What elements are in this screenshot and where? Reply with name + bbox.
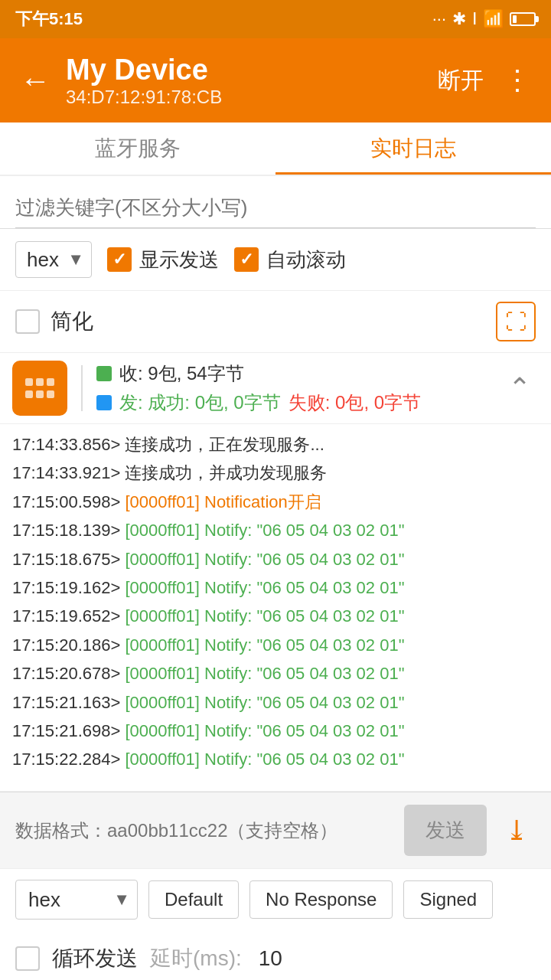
status-bar: 下午5:15 ··· ✱ Ⅰ 📶 19 (0, 0, 551, 38)
signed-button[interactable]: Signed (403, 880, 493, 919)
recv-indicator (96, 366, 112, 381)
filter-input[interactable] (15, 188, 536, 228)
log-text: [0000ff01] Notify: "06 05 04 03 02 01" (120, 606, 404, 626)
log-text: [0000ff01] Notify: "06 05 04 03 02 01" (120, 521, 404, 540)
send-indicator (96, 395, 112, 410)
log-timestamp: 17:15:18.675> (12, 550, 120, 569)
stats-text-block: 收: 9包, 54字节 发: 成功: 0包, 0字节 失败: 0包, 0字节 (96, 361, 490, 415)
log-text: 连接成功，并成功发现服务 (120, 463, 327, 482)
simplify-left: 简化 (15, 307, 93, 336)
send-input[interactable] (15, 820, 393, 841)
log-line: 17:15:21.698> [0000ff01] Notify: "06 05 … (12, 717, 539, 745)
log-area: 17:14:33.856> 连接成功，正在发现服务...17:14:33.921… (0, 424, 551, 792)
send-fail-label: 失败: 0包, 0字节 (289, 390, 421, 415)
send-button[interactable]: 发送 (404, 805, 487, 856)
delay-label: 延时(ms): (150, 944, 242, 973)
show-send-checkbox[interactable]: ✓ (107, 247, 132, 272)
more-menu-button[interactable]: ⋮ (496, 57, 539, 104)
log-text: [0000ff01] Notify: "06 05 04 03 02 01" (120, 550, 404, 569)
tab-bar: 蓝牙服务 实时日志 (0, 122, 551, 176)
log-line: 17:14:33.921> 连接成功，并成功发现服务 (12, 459, 539, 487)
device-name: My Device (66, 54, 425, 87)
log-timestamp: 17:15:21.698> (12, 721, 120, 740)
log-timestamp: 17:14:33.856> (12, 435, 120, 454)
log-timestamp: 17:14:33.921> (12, 463, 120, 482)
stats-divider (81, 365, 83, 411)
log-timestamp: 17:15:19.162> (12, 578, 120, 597)
log-text: [0000ff01] Notify: "06 05 04 03 02 01" (120, 664, 404, 683)
simplify-checkbox[interactable] (15, 309, 40, 334)
bottom-format-select[interactable]: hex utf8 dec (15, 880, 138, 920)
log-line: 17:15:20.678> [0000ff01] Notify: "06 05 … (12, 659, 539, 688)
log-line: 17:15:19.652> [0000ff01] Notify: "06 05 … (12, 602, 539, 630)
stats-send: 发: 成功: 0包, 0字节 失败: 0包, 0字节 (96, 390, 490, 415)
log-text: [0000ff01] Notify: "06 05 04 03 02 01" (120, 750, 404, 769)
log-timestamp: 17:15:19.652> (12, 606, 120, 626)
scroll-down-button[interactable]: ⤓ (497, 812, 536, 850)
log-line: 17:14:33.856> 连接成功，正在发现服务... (12, 430, 539, 459)
wifi-icon: 📶 (483, 9, 504, 29)
filter-section (0, 176, 551, 229)
signal-bars-icon: Ⅰ (472, 9, 477, 29)
tab-realtime-log[interactable]: 实时日志 (276, 122, 551, 175)
log-text: [0000ff01] Notify: "06 05 04 03 02 01" (120, 721, 404, 740)
log-timestamp: 17:15:18.139> (12, 521, 120, 540)
no-response-button[interactable]: No Response (249, 880, 393, 919)
tab-bluetooth-services[interactable]: 蓝牙服务 (0, 122, 276, 175)
check-icon: ✓ (112, 251, 126, 268)
disconnect-button[interactable]: 断开 (425, 57, 496, 104)
battery-icon: 19 (510, 12, 536, 26)
controls-row: hex utf8 dec ▼ ✓ 显示发送 ✓ 自动滚动 (0, 229, 551, 291)
log-line: 17:15:18.139> [0000ff01] Notify: "06 05 … (12, 516, 539, 544)
auto-scroll-checkbox-label[interactable]: ✓ 自动滚动 (234, 247, 346, 273)
back-button[interactable]: ← (12, 56, 58, 106)
log-line: 17:15:18.675> [0000ff01] Notify: "06 05 … (12, 545, 539, 573)
log-text: [0000ff01] Notify: "06 05 04 03 02 01" (120, 635, 404, 655)
show-send-checkbox-label[interactable]: ✓ 显示发送 (107, 247, 219, 273)
app-bar: ← My Device 34:D7:12:91:78:CB 断开 ⋮ (0, 38, 551, 122)
bottom-controls: hex utf8 dec ▼ Default No Response Signe… (0, 868, 551, 930)
auto-scroll-label: 自动滚动 (266, 247, 346, 273)
log-timestamp: 17:15:21.163> (12, 693, 120, 712)
loop-send-label: 循环发送 (52, 944, 138, 973)
log-line: 17:15:21.163> [0000ff01] Notify: "06 05 … (12, 688, 539, 717)
simplify-label: 简化 (51, 307, 93, 336)
recv-label: 收: 9包, 54字节 (119, 361, 244, 386)
stats-row: 收: 9包, 54字节 发: 成功: 0包, 0字节 失败: 0包, 0字节 ⌃ (0, 353, 551, 424)
status-icons: ··· ✱ Ⅰ 📶 19 (432, 9, 536, 29)
log-text: 连接成功，正在发现服务... (120, 435, 324, 454)
bluetooth-icon: ✱ (452, 9, 466, 29)
log-line: 17:15:19.162> [0000ff01] Notify: "06 05 … (12, 573, 539, 602)
bottom-format-select-wrap[interactable]: hex utf8 dec ▼ (15, 880, 138, 920)
loop-send-row: 循环发送 延时(ms): 10 (0, 930, 551, 980)
log-text: [0000ff01] Notify: "06 05 04 03 02 01" (120, 578, 404, 597)
loop-send-checkbox[interactable] (15, 946, 40, 971)
log-timestamp: 17:15:20.186> (12, 635, 120, 655)
log-text: [0000ff01] Notify: "06 05 04 03 02 01" (120, 693, 404, 712)
status-time: 下午5:15 (15, 8, 83, 31)
device-mac: 34:D7:12:91:78:CB (66, 87, 425, 108)
auto-scroll-check-icon: ✓ (240, 251, 253, 268)
expand-button[interactable]: ⛶ (496, 302, 536, 341)
log-timestamp: 17:15:20.678> (12, 664, 120, 683)
signal-dots-icon: ··· (432, 9, 446, 29)
log-text: [0000ff01] Notification开启 (120, 492, 321, 511)
expand-icon: ⛶ (505, 309, 527, 335)
device-title-block: My Device 34:D7:12:91:78:CB (66, 54, 425, 108)
stats-recv: 收: 9包, 54字节 (96, 361, 490, 386)
send-success-label: 发: 成功: 0包, 0字节 (119, 390, 281, 415)
log-line: 17:15:22.284> [0000ff01] Notify: "06 05 … (12, 745, 539, 773)
auto-scroll-checkbox[interactable]: ✓ (234, 247, 259, 272)
collapse-button[interactable]: ⌃ (500, 369, 539, 407)
format-select[interactable]: hex utf8 dec (15, 241, 92, 278)
default-button[interactable]: Default (148, 880, 239, 919)
stats-icon-box (12, 361, 67, 416)
show-send-label: 显示发送 (139, 247, 219, 273)
log-line: 17:15:20.186> [0000ff01] Notify: "06 05 … (12, 631, 539, 659)
log-line: 17:15:00.598> [0000ff01] Notification开启 (12, 488, 539, 516)
log-timestamp: 17:15:22.284> (12, 750, 120, 769)
send-area: 发送 ⤓ (0, 792, 551, 868)
log-timestamp: 17:15:00.598> (12, 492, 120, 511)
format-select-wrap[interactable]: hex utf8 dec ▼ (15, 241, 92, 278)
delay-value: 10 (259, 946, 282, 971)
